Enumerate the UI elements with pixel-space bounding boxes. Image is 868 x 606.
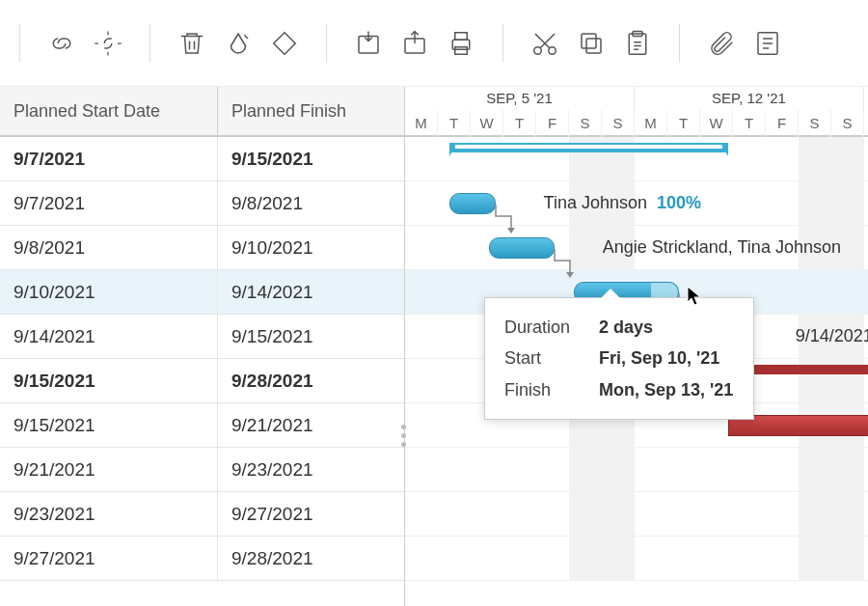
day-cell: S bbox=[569, 110, 602, 137]
cell-start[interactable]: 9/23/2021 bbox=[0, 492, 218, 536]
table-row[interactable]: 9/15/20219/21/2021 bbox=[0, 403, 404, 448]
toolbar-separator bbox=[502, 24, 503, 63]
day-cell: T bbox=[733, 110, 766, 137]
cell-start[interactable]: 9/15/2021 bbox=[0, 359, 218, 402]
cell-start[interactable]: 9/10/2021 bbox=[0, 270, 218, 314]
cell-start[interactable]: 9/15/2021 bbox=[0, 403, 218, 447]
cell-start[interactable]: 9/7/2021 bbox=[0, 137, 218, 180]
toolbar-group-edit bbox=[158, 27, 318, 60]
trash-icon[interactable] bbox=[176, 27, 208, 60]
tooltip-start-label: Start bbox=[504, 343, 582, 373]
toolbar-group-file bbox=[335, 27, 495, 60]
day-cell: T bbox=[667, 110, 700, 137]
toolbar-group-attach bbox=[688, 27, 801, 60]
link-icon[interactable] bbox=[45, 27, 78, 60]
table-body: 9/7/20219/15/20219/7/20219/8/20219/8/202… bbox=[0, 137, 404, 581]
cell-finish[interactable]: 9/27/2021 bbox=[218, 492, 404, 536]
cell-finish[interactable]: 9/21/2021 bbox=[218, 403, 404, 447]
cell-finish[interactable]: 9/14/2021 bbox=[218, 270, 404, 314]
milestone-label: 9/14/2021 bbox=[796, 326, 868, 346]
day-cell: T bbox=[438, 110, 471, 137]
day-cell: M bbox=[635, 110, 667, 137]
cell-finish[interactable]: 9/28/2021 bbox=[218, 537, 404, 580]
svg-rect-4 bbox=[455, 46, 468, 54]
gantt-row bbox=[405, 137, 868, 181]
task-bar[interactable] bbox=[449, 193, 496, 214]
table-row[interactable]: 9/10/20219/14/2021 bbox=[0, 270, 404, 315]
table-row[interactable]: 9/21/20219/23/2021 bbox=[0, 448, 404, 492]
gantt-row bbox=[405, 492, 868, 537]
task-bar[interactable] bbox=[489, 237, 555, 259]
day-cell: T bbox=[503, 110, 536, 137]
cell-finish[interactable]: 9/10/2021 bbox=[218, 226, 404, 269]
table-header: Planned Start Date Planned Finish bbox=[0, 87, 404, 137]
table-row[interactable]: 9/7/20219/15/2021 bbox=[0, 137, 404, 181]
paint-icon[interactable] bbox=[222, 27, 255, 60]
tooltip-finish-label: Finish bbox=[504, 374, 582, 405]
summary-bar[interactable] bbox=[449, 143, 728, 152]
day-cell: W bbox=[471, 110, 503, 137]
cell-start[interactable]: 9/21/2021 bbox=[0, 448, 218, 491]
tooltip-finish-value: Mon, Sep 13, '21 bbox=[599, 374, 733, 405]
cut-icon[interactable] bbox=[529, 27, 561, 60]
gantt-row bbox=[405, 448, 868, 492]
cell-finish[interactable]: 9/23/2021 bbox=[218, 448, 404, 491]
toolbar-separator bbox=[679, 24, 680, 63]
day-cell: S bbox=[602, 110, 635, 137]
attach-icon[interactable] bbox=[705, 27, 738, 60]
tooltip-duration-value: 2 days bbox=[599, 312, 653, 343]
print-icon[interactable] bbox=[445, 27, 477, 60]
toolbar-separator bbox=[19, 24, 20, 63]
cell-finish[interactable]: 9/15/2021 bbox=[218, 315, 404, 358]
pane-resize-handle[interactable] bbox=[401, 425, 406, 447]
svg-rect-8 bbox=[582, 34, 596, 48]
gantt-pane[interactable]: SEP, 5 '21SEP, 12 '21 MTWTFSSMTWTFSS Tin… bbox=[405, 87, 868, 606]
toolbar bbox=[0, 0, 868, 87]
table-row[interactable]: 9/15/20219/28/2021 bbox=[0, 359, 404, 403]
unlink-icon[interactable] bbox=[92, 27, 124, 60]
diamond-icon[interactable] bbox=[268, 27, 301, 60]
cell-finish[interactable]: 9/28/2021 bbox=[218, 359, 404, 402]
column-header-start[interactable]: Planned Start Date bbox=[0, 87, 218, 135]
month-row: SEP, 5 '21SEP, 12 '21 bbox=[405, 87, 868, 110]
paste-icon[interactable] bbox=[621, 27, 654, 60]
cell-start[interactable]: 9/27/2021 bbox=[0, 537, 218, 580]
note-icon[interactable] bbox=[751, 27, 784, 60]
toolbar-separator bbox=[326, 24, 327, 63]
tooltip-duration-label: Duration bbox=[504, 312, 582, 343]
task-tooltip: Duration2 days StartFri, Sep 10, '21 Fin… bbox=[484, 297, 754, 420]
day-cell: W bbox=[700, 110, 733, 137]
svg-rect-3 bbox=[455, 32, 468, 40]
svg-rect-7 bbox=[586, 39, 601, 53]
cell-finish[interactable]: 9/8/2021 bbox=[218, 181, 404, 225]
column-header-finish[interactable]: Planned Finish bbox=[218, 87, 404, 135]
task-pct: 100% bbox=[657, 193, 701, 212]
table-row[interactable]: 9/8/20219/10/2021 bbox=[0, 226, 404, 270]
month-cell: SEP, 12 '21 bbox=[635, 87, 864, 110]
cell-start[interactable]: 9/8/2021 bbox=[0, 226, 218, 269]
day-cell: S bbox=[831, 110, 864, 137]
copy-icon[interactable] bbox=[575, 27, 608, 60]
cell-start[interactable]: 9/7/2021 bbox=[0, 181, 218, 225]
export-icon[interactable] bbox=[398, 27, 431, 60]
table-row[interactable]: 9/23/20219/27/2021 bbox=[0, 492, 404, 537]
day-cell: F bbox=[536, 110, 569, 137]
day-cell: S bbox=[799, 110, 831, 137]
gantt-row bbox=[405, 537, 868, 581]
toolbar-group-link bbox=[28, 27, 142, 60]
import-icon[interactable] bbox=[352, 27, 385, 60]
task-bar-label: Tina Johnson100% bbox=[544, 193, 701, 213]
cell-start[interactable]: 9/14/2021 bbox=[0, 315, 218, 358]
table-row[interactable]: 9/7/20219/8/2021 bbox=[0, 181, 404, 226]
gantt-timeline-header: SEP, 5 '21SEP, 12 '21 MTWTFSSMTWTFSS bbox=[405, 87, 868, 137]
day-cell: M bbox=[405, 110, 438, 137]
table-row[interactable]: 9/14/20219/15/2021 bbox=[0, 315, 404, 359]
gantt-row: Tina Johnson100% bbox=[405, 181, 868, 226]
day-cell: F bbox=[766, 110, 799, 137]
cell-finish[interactable]: 9/15/2021 bbox=[218, 137, 404, 180]
gantt-row: Angie Strickland, Tina Johnson bbox=[405, 226, 868, 270]
table-row[interactable]: 9/27/20219/28/2021 bbox=[0, 537, 404, 581]
task-bar-label: Angie Strickland, Tina Johnson bbox=[603, 237, 841, 258]
toolbar-separator bbox=[149, 24, 150, 63]
toolbar-group-clipboard bbox=[511, 27, 671, 60]
